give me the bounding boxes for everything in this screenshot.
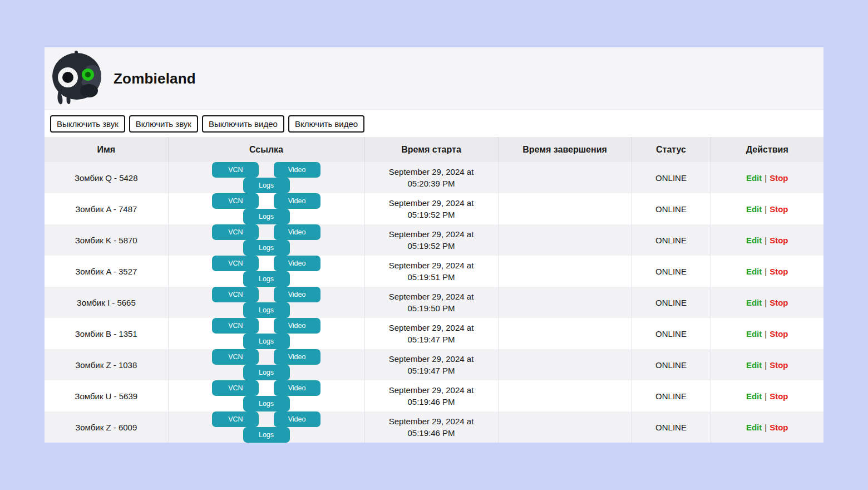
edit-link[interactable]: Edit: [746, 236, 762, 245]
stop-link[interactable]: Stop: [770, 329, 788, 339]
end-time: [498, 224, 632, 256]
vcn-button[interactable]: VCN: [212, 162, 259, 178]
link-buttons-cell: VCN Video Logs: [168, 256, 364, 287]
video-button[interactable]: Video: [274, 380, 320, 396]
status-badge: ONLINE: [632, 162, 711, 193]
action-separator: |: [765, 204, 767, 214]
start-time: September 29, 2024 at 05:19:47 PM: [364, 349, 498, 380]
link-buttons-cell: VCN Video Logs: [168, 318, 364, 349]
link-buttons-cell: VCN Video Logs: [168, 349, 364, 380]
video-button[interactable]: Video: [274, 411, 320, 427]
vcn-button[interactable]: VCN: [212, 224, 259, 240]
column-header-actions: Действия: [711, 137, 823, 162]
table-row: Зомбик U - 5639 VCN Video Logs September…: [45, 380, 823, 411]
zombie-table-body: Зомбик Q - 5428 VCN Video Logs September…: [45, 162, 823, 443]
vcn-button[interactable]: VCN: [212, 193, 259, 209]
table-row: Зомбик Z - 6009 VCN Video Logs September…: [45, 411, 823, 443]
table-row: Зомбик B - 1351 VCN Video Logs September…: [45, 318, 823, 349]
logs-button[interactable]: Logs: [243, 178, 290, 193]
zombie-name: Зомбик Z - 1038: [45, 349, 168, 380]
logs-button[interactable]: Logs: [243, 209, 290, 224]
video-button[interactable]: Video: [274, 256, 320, 271]
logs-button[interactable]: Logs: [243, 302, 290, 318]
actions-cell: Edit|Stop: [711, 224, 823, 256]
edit-link[interactable]: Edit: [746, 391, 762, 401]
stop-link[interactable]: Stop: [770, 360, 788, 370]
link-buttons-cell: VCN Video Logs: [168, 224, 364, 256]
logs-button[interactable]: Logs: [243, 427, 290, 443]
logs-button[interactable]: Logs: [243, 365, 290, 380]
column-header-name: Имя: [45, 137, 168, 162]
stop-link[interactable]: Stop: [770, 236, 788, 245]
status-badge: ONLINE: [632, 380, 711, 411]
edit-link[interactable]: Edit: [746, 423, 762, 432]
stop-link[interactable]: Stop: [770, 173, 788, 183]
zombie-name: Зомбик U - 5639: [45, 380, 168, 411]
zombie-name: Зомбик I - 5665: [45, 287, 168, 318]
enable-video-button[interactable]: Включить видео: [288, 115, 364, 133]
logs-button[interactable]: Logs: [243, 334, 290, 349]
zombie-name: Зомбик Z - 6009: [45, 411, 168, 443]
logs-button[interactable]: Logs: [243, 396, 290, 411]
action-separator: |: [765, 298, 767, 307]
action-separator: |: [765, 423, 767, 432]
actions-cell: Edit|Stop: [711, 256, 823, 287]
edit-link[interactable]: Edit: [746, 267, 762, 276]
video-button[interactable]: Video: [274, 318, 320, 334]
logs-button[interactable]: Logs: [243, 271, 290, 287]
zombie-table: Имя Ссылка Время старта Время завершения…: [45, 137, 823, 443]
link-buttons-cell: VCN Video Logs: [168, 162, 364, 193]
edit-link[interactable]: Edit: [746, 360, 762, 370]
video-button[interactable]: Video: [274, 193, 320, 209]
actions-cell: Edit|Stop: [711, 349, 823, 380]
vcn-button[interactable]: VCN: [212, 318, 259, 334]
unmute-sound-button[interactable]: Включить звук: [129, 115, 198, 133]
zombie-name: Зомбик K - 5870: [45, 224, 168, 256]
vcn-button[interactable]: VCN: [212, 411, 259, 427]
start-time: September 29, 2024 at 05:19:46 PM: [364, 380, 498, 411]
action-separator: |: [765, 236, 767, 245]
edit-link[interactable]: Edit: [746, 173, 762, 183]
edit-link[interactable]: Edit: [746, 329, 762, 339]
video-button[interactable]: Video: [274, 224, 320, 240]
status-badge: ONLINE: [632, 224, 711, 256]
stop-link[interactable]: Stop: [770, 423, 788, 432]
stop-link[interactable]: Stop: [770, 267, 788, 276]
page-title: Zombieland: [114, 70, 196, 87]
action-separator: |: [765, 360, 767, 370]
video-button[interactable]: Video: [274, 349, 320, 365]
status-badge: ONLINE: [632, 318, 711, 349]
actions-cell: Edit|Stop: [711, 193, 823, 224]
end-time: [498, 287, 632, 318]
stop-link[interactable]: Stop: [770, 204, 788, 214]
video-button[interactable]: Video: [274, 162, 320, 178]
mute-sound-button[interactable]: Выключить звук: [50, 115, 125, 133]
logs-button[interactable]: Logs: [243, 240, 290, 256]
zombie-name: Зомбик Q - 5428: [45, 162, 168, 193]
link-buttons-cell: VCN Video Logs: [168, 380, 364, 411]
link-buttons-cell: VCN Video Logs: [168, 411, 364, 443]
disable-video-button[interactable]: Выключить видео: [202, 115, 284, 133]
edit-link[interactable]: Edit: [746, 204, 762, 214]
vcn-button[interactable]: VCN: [212, 287, 259, 302]
table-row: Зомбик Z - 1038 VCN Video Logs September…: [45, 349, 823, 380]
stop-link[interactable]: Stop: [770, 391, 788, 401]
table-row: Зомбик Q - 5428 VCN Video Logs September…: [45, 162, 823, 193]
vcn-button[interactable]: VCN: [212, 256, 259, 271]
end-time: [498, 256, 632, 287]
edit-link[interactable]: Edit: [746, 298, 762, 307]
zombie-name: Зомбик A - 3527: [45, 256, 168, 287]
vcn-button[interactable]: VCN: [212, 349, 259, 365]
table-row: Зомбик I - 5665 VCN Video Logs September…: [45, 287, 823, 318]
vcn-button[interactable]: VCN: [212, 380, 259, 396]
action-separator: |: [765, 173, 767, 183]
actions-cell: Edit|Stop: [711, 162, 823, 193]
video-button[interactable]: Video: [274, 287, 320, 302]
start-time: September 29, 2024 at 05:19:47 PM: [364, 318, 498, 349]
zombie-name: Зомбик A - 7487: [45, 193, 168, 224]
end-time: [498, 162, 632, 193]
stop-link[interactable]: Stop: [770, 298, 788, 307]
app-header: Zombieland: [45, 47, 823, 110]
column-header-links: Ссылка: [168, 137, 364, 162]
status-badge: ONLINE: [632, 411, 711, 443]
